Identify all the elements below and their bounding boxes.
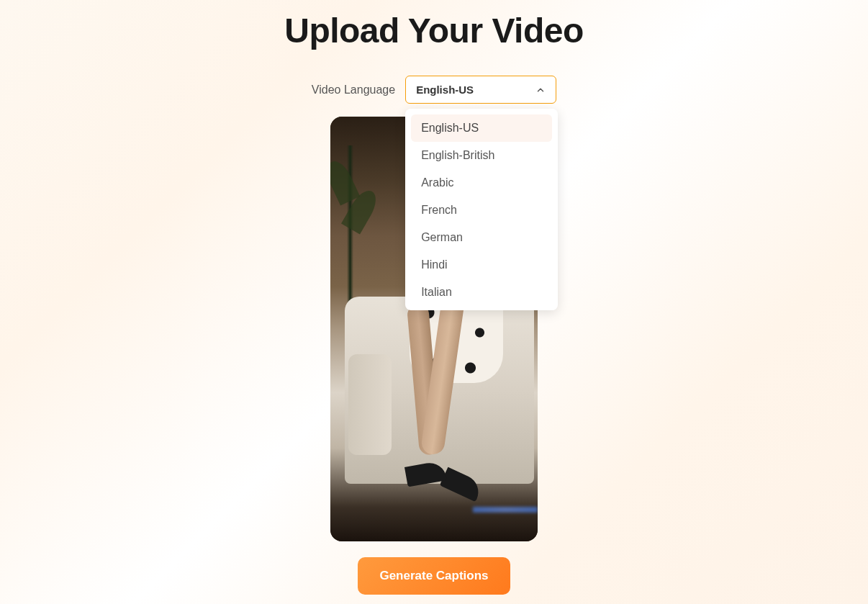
language-dropdown-menu: English-US English-British Arabic French…	[405, 109, 558, 310]
language-selector-row: Video Language English-US English-US Eng…	[312, 76, 556, 104]
language-label: Video Language	[312, 84, 395, 96]
page-title: Upload Your Video	[284, 11, 584, 50]
language-option[interactable]: Italian	[411, 279, 552, 306]
language-option[interactable]: English-US	[411, 114, 552, 142]
language-option[interactable]: French	[411, 197, 552, 224]
language-selected-value: English-US	[416, 84, 474, 96]
language-option[interactable]: German	[411, 224, 552, 251]
chevron-up-icon	[535, 85, 546, 95]
language-dropdown-wrapper: English-US English-US English-British Ar…	[405, 76, 556, 104]
language-option[interactable]: Hindi	[411, 251, 552, 279]
language-dropdown-button[interactable]: English-US	[405, 76, 556, 104]
language-option[interactable]: Arabic	[411, 169, 552, 197]
language-option[interactable]: English-British	[411, 142, 552, 169]
generate-captions-button[interactable]: Generate Captions	[358, 557, 510, 595]
